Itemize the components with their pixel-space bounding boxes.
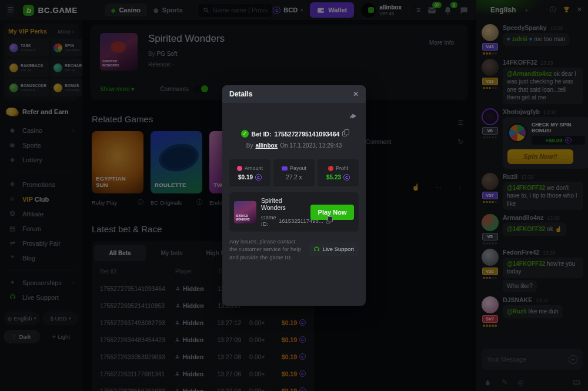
stat-profit: Profit $5.23C	[318, 159, 359, 186]
details-modal: Details ✕ ✓ Bet ID: 1755272795141093464 …	[222, 85, 366, 306]
copy-icon[interactable]	[326, 218, 330, 223]
coin-icon: C	[255, 174, 262, 181]
live-support-button[interactable]: Live Support	[309, 242, 359, 256]
card-icon	[282, 166, 288, 171]
piggy-icon	[237, 166, 242, 171]
game-thumbnail: SPIRITED WONDERS	[234, 201, 256, 223]
stat-amount: Amount $0.19C	[229, 159, 270, 186]
bet-owner-link[interactable]: allinbox	[255, 142, 278, 149]
bet-date: On 17.1.2023, 13:29:43	[280, 142, 342, 149]
coin-icon: C	[343, 174, 350, 181]
stat-payout: Payout 27.2 x	[273, 159, 315, 186]
modal-game-card: SPIRITED WONDERS Spirited Wonders Game I…	[229, 192, 359, 232]
bet-stats: Amount $0.19C Payout 27.2 x Profit $5.23…	[229, 159, 359, 186]
close-icon[interactable]: ✕	[353, 90, 359, 98]
modal-game-name: Spirited Wonders	[261, 197, 306, 211]
copy-icon[interactable]	[342, 131, 347, 136]
verified-icon: ✓	[241, 130, 249, 138]
modal-header: Details ✕	[222, 85, 366, 103]
headset-icon	[313, 246, 320, 252]
bet-id-value: 1755272795141093464	[274, 131, 339, 138]
share-icon[interactable]	[349, 112, 358, 123]
modal-title: Details	[229, 90, 252, 98]
support-note: Any issues, please contact the customer …	[229, 238, 304, 261]
profit-icon	[328, 166, 333, 171]
